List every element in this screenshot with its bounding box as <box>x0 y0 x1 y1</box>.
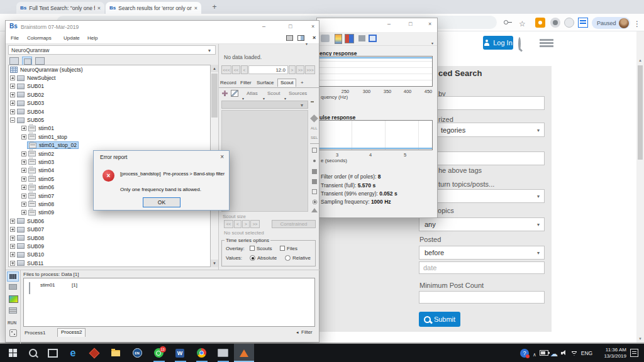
protocol-select[interactable]: NeuroQuranraw <box>8 45 216 55</box>
tab-process1[interactable]: Process1 <box>25 330 45 336</box>
menu-update[interactable]: Update <box>64 35 80 41</box>
expand-icon[interactable] <box>10 92 15 97</box>
window-arrange-icon[interactable] <box>297 35 304 41</box>
menu-help[interactable]: Help <box>87 35 97 41</box>
files-checkbox[interactable] <box>280 246 285 251</box>
toolbar-more-icon[interactable] <box>431 36 433 47</box>
sources-menu[interactable]: Sources <box>289 90 307 96</box>
scroll-up-icon[interactable]: ▲ <box>211 65 218 72</box>
file-explorer-button[interactable] <box>107 344 125 362</box>
tree-item[interactable]: SUB02 <box>9 90 210 99</box>
scroll-down-icon[interactable]: ▼ <box>211 260 218 267</box>
expand-icon[interactable] <box>21 134 26 140</box>
tree-item[interactable]: stim01_stop <box>9 133 210 141</box>
profile-avatar[interactable] <box>619 18 629 28</box>
tab-add[interactable]: + <box>301 80 304 85</box>
search-icon[interactable] <box>518 37 521 50</box>
dialog-titlebar[interactable]: Error report × <box>94 151 229 163</box>
layout-icon[interactable] <box>358 35 365 41</box>
tab-scout-active[interactable]: Scout <box>277 79 296 87</box>
key-icon[interactable] <box>504 20 511 24</box>
filter-window-titlebar[interactable] <box>317 18 437 32</box>
atlas-select[interactable] <box>221 101 308 109</box>
expand-icon[interactable] <box>21 185 26 190</box>
time-prev-page-button[interactable]: << <box>232 65 240 74</box>
select-sel-button[interactable]: SEL <box>311 136 318 140</box>
expand-icon[interactable] <box>10 227 15 232</box>
extension-icon[interactable] <box>550 18 560 28</box>
submit-button[interactable]: Submit <box>419 312 460 327</box>
scouts-checkbox[interactable] <box>250 246 255 251</box>
tree-item[interactable]: NeuroQuranraw (subjects) <box>9 65 210 74</box>
page-scrollbar[interactable]: ▲ ▼ <box>636 31 644 343</box>
subjects-view-icon[interactable] <box>9 57 19 65</box>
expand-icon[interactable] <box>21 202 26 207</box>
scroll-down-icon[interactable]: ▼ <box>638 337 642 341</box>
timefreq-type-icon[interactable] <box>9 295 18 303</box>
dialog-close-icon[interactable]: × <box>220 153 224 160</box>
scout-overlay-icon[interactable] <box>312 199 318 205</box>
time-last-button[interactable]: >>> <box>305 65 315 74</box>
time-value-input[interactable] <box>248 65 288 74</box>
new-tab-button[interactable] <box>210 3 219 12</box>
expand-icon[interactable] <box>10 109 15 114</box>
tab-filter[interactable]: Filter <box>240 80 252 85</box>
expand-icon[interactable] <box>21 151 26 156</box>
scout-list[interactable] <box>221 110 308 212</box>
tree-item[interactable]: NewSubject <box>9 74 210 82</box>
expand-icon[interactable] <box>21 210 26 215</box>
posted-by-input[interactable] <box>419 96 545 110</box>
expand-icon[interactable] <box>10 236 15 241</box>
expand-icon[interactable] <box>10 261 15 266</box>
ok-button[interactable]: OK <box>143 197 180 207</box>
task-view-button[interactable] <box>44 344 62 362</box>
shrink-button[interactable]: > <box>242 220 250 228</box>
colormap-icon[interactable] <box>335 34 342 44</box>
atlas-menu[interactable]: Atlas <box>247 90 258 96</box>
expand-icon[interactable] <box>21 168 26 173</box>
extension-icon[interactable] <box>578 18 588 28</box>
in-topics-select[interactable]: any <box>419 217 545 231</box>
scout-menu[interactable]: Scout <box>267 90 280 96</box>
tree-item[interactable]: SUB03 <box>9 99 210 107</box>
expand-icon[interactable] <box>10 84 15 89</box>
console-app-button[interactable] <box>214 344 231 362</box>
functional-view-icon[interactable] <box>22 57 32 65</box>
matlab-button-active[interactable] <box>234 344 254 362</box>
expand-icon[interactable] <box>10 101 15 106</box>
extension-icon[interactable] <box>564 18 574 28</box>
absolute-radio[interactable] <box>250 255 255 261</box>
browser-tab-2-active[interactable]: Bs Search results for 'error only one <box>106 2 201 14</box>
panel-close-icon[interactable]: × <box>313 35 316 41</box>
browser-tab-1[interactable]: Bs Full Text Search: "only one frequ <box>16 2 104 14</box>
login-button[interactable]: Log In <box>483 36 513 50</box>
tree-item[interactable]: SUB11 <box>9 259 210 267</box>
scout-seed-icon[interactable] <box>313 160 316 162</box>
minimize-button[interactable] <box>262 23 265 30</box>
filter-toggle-caret-icon[interactable]: ◂ <box>296 330 299 335</box>
tree-item[interactable]: stim01 <box>9 124 210 133</box>
return-select[interactable] <box>419 189 545 203</box>
tree-item[interactable]: SUB08 <box>9 234 210 242</box>
expand-icon[interactable] <box>10 219 15 224</box>
browser-menu-icon[interactable] <box>633 18 643 28</box>
files-to-process-list[interactable]: stim01 [1] <box>23 278 315 327</box>
tree-item[interactable]: SUB05 <box>9 116 210 124</box>
window-layout-icon[interactable] <box>369 35 377 42</box>
tree-item[interactable]: SUB09 <box>9 242 210 250</box>
scrollbar-thumb[interactable] <box>638 65 643 160</box>
whatsapp-button[interactable]: 13 <box>150 344 167 362</box>
tree-item[interactable]: SUB07 <box>9 225 210 233</box>
maximize-button[interactable] <box>289 23 292 30</box>
minimize-button[interactable] <box>387 21 391 27</box>
expand-icon[interactable] <box>21 194 26 199</box>
process-selector-icon[interactable] <box>9 329 17 337</box>
date-input[interactable] <box>419 261 545 274</box>
tree-item-selected[interactable]: stim01_stop_02 <box>9 141 210 150</box>
run-button[interactable]: RUN <box>8 321 16 325</box>
relative-radio[interactable] <box>285 255 291 261</box>
expand-icon[interactable] <box>21 160 26 165</box>
filter-toggle[interactable]: Filter <box>301 329 313 335</box>
tab-close-icon[interactable] <box>194 5 197 11</box>
layout-menu-icon[interactable] <box>286 35 293 41</box>
